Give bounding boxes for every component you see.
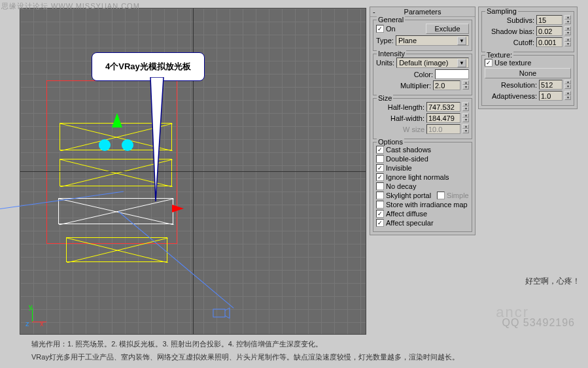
exclude-button[interactable]: Exclude [426, 24, 469, 34]
simple-label: Simple [447, 192, 469, 199]
store-irradiance-label: Store with irradiance map [386, 201, 468, 209]
caption: 辅光作用：1. 照亮场景。2. 模拟反光板。3. 照射出闭合投影。4. 控制倍增… [31, 338, 581, 364]
cutoff-input[interactable]: 0.001 [536, 37, 562, 47]
half-length-label: Half-length: [388, 103, 424, 111]
half-width-spinner[interactable]: ▴▾ [462, 113, 469, 123]
no-decay-label: No decay [386, 182, 416, 190]
shadow-bias-label: Shadow bias: [491, 27, 534, 35]
affect-diffuse-checkbox[interactable]: ✓ [376, 210, 384, 218]
simple-checkbox [437, 192, 445, 199]
cast-shadows-label: Cast shadows [386, 146, 431, 154]
store-irradiance-checkbox[interactable] [376, 201, 384, 209]
half-length-input[interactable]: 747.532 [426, 102, 460, 112]
color-swatch[interactable] [435, 69, 469, 79]
camera-icon [210, 303, 230, 322]
svg-rect-8 [213, 309, 225, 317]
skylight-portal-checkbox[interactable] [376, 192, 384, 199]
shadow-bias-input[interactable]: 0.02 [536, 26, 562, 36]
use-texture-label: Use texture [494, 59, 531, 67]
multiplier-spinner[interactable]: ▴▾ [462, 80, 469, 90]
invisible-label: Invisible [386, 164, 412, 172]
half-length-spinner[interactable]: ▴▾ [462, 102, 469, 112]
general-group: General ✓ On Exclude Type: Plane [373, 20, 472, 51]
subdivs-spinner[interactable]: ▴▾ [564, 15, 571, 25]
arrow-y-icon [112, 113, 122, 127]
invisible-checkbox[interactable]: ✓ [376, 164, 384, 172]
no-decay-checkbox[interactable] [376, 182, 384, 190]
double-sided-label: Double-sided [386, 155, 428, 163]
w-size-label: W size [403, 125, 424, 133]
options-group: Options ✓Cast shadows Double-sided ✓Invi… [373, 142, 472, 232]
intensity-label: Intensity [377, 50, 406, 58]
shadow-bias-spinner[interactable]: ▴▾ [564, 26, 571, 36]
ignore-normals-label: Ignore light normals [386, 173, 449, 181]
texture-group: Texture: ✓Use texture None Resolution: 5… [481, 55, 574, 106]
type-label: Type: [376, 37, 394, 44]
use-texture-checkbox[interactable]: ✓ [485, 59, 493, 67]
adaptiveness-input[interactable]: 1.0 [539, 91, 562, 101]
adaptiveness-label: Adaptiveness: [492, 92, 537, 100]
subdivs-input[interactable]: 15 [536, 15, 562, 25]
cutoff-spinner[interactable]: ▴▾ [564, 37, 571, 47]
texture-none-button[interactable]: None [485, 68, 571, 78]
half-width-label: Half-width: [390, 114, 424, 122]
general-label: General [377, 16, 405, 24]
resolution-input[interactable]: 512 [539, 80, 562, 90]
caption-line1: 辅光作用：1. 照亮场景。2. 模拟反光板。3. 照射出闭合投影。4. 控制倍增… [31, 338, 581, 351]
affect-diffuse-label: Affect diffuse [386, 210, 427, 218]
resolution-label: Resolution: [501, 81, 537, 89]
cast-shadows-checkbox[interactable]: ✓ [376, 146, 384, 154]
options-label: Options [377, 138, 404, 146]
sampling-group: Sampling Subdivs: 15 ▴▾ Shadow bias: 0.0… [481, 11, 574, 52]
watermark-qq: QQ 53492196 [502, 317, 575, 329]
main-area: yxz 4个VRay光模拟放光板 -Parameters General ✓ O… [0, 0, 588, 368]
on-label: On [386, 25, 396, 33]
adaptiveness-spinner[interactable]: ▴▾ [564, 91, 571, 101]
on-checkbox[interactable]: ✓ [376, 25, 384, 33]
units-label: Units: [376, 59, 394, 67]
multiplier-input[interactable]: 2.0 [433, 80, 460, 90]
intensity-group: Intensity Units: Default (image) Color: … [373, 54, 472, 95]
units-select[interactable]: Default (image) [396, 58, 469, 68]
panels: -Parameters General ✓ On Exclude Type: P… [370, 7, 583, 235]
side-comment: 好空啊，心疼！ [525, 276, 580, 287]
subdivs-label: Subdivs: [507, 16, 534, 24]
size-group: Size Half-length: 747.532 ▴▾ Half-width:… [373, 98, 472, 139]
type-select[interactable]: Plane [396, 35, 469, 46]
watermark-top: 思缘设计论坛 WWW.MISSYUAN.COM [1, 1, 140, 11]
multiplier-label: Multiplier: [400, 82, 431, 90]
callout: 4个VRay光模拟放光板 [92, 52, 205, 81]
affect-specular-label: Affect specular [386, 219, 434, 227]
resolution-spinner[interactable]: ▴▾ [564, 80, 571, 90]
color-label: Color: [414, 71, 433, 78]
double-sided-checkbox[interactable] [376, 155, 384, 163]
cyan-dot-1 [99, 139, 111, 151]
sampling-rollout: Sampling Subdivs: 15 ▴▾ Shadow bias: 0.0… [478, 7, 578, 109]
parameters-rollout: -Parameters General ✓ On Exclude Type: P… [370, 7, 476, 235]
w-size-spinner: ▴▾ [462, 124, 469, 134]
yellow-rect-3 [66, 237, 167, 262]
w-size-input: 10.0 [426, 124, 460, 134]
skylight-portal-label: Skylight portal [386, 192, 431, 199]
affect-specular-checkbox[interactable]: ✓ [376, 219, 384, 227]
cyan-dot-2 [122, 139, 133, 151]
half-width-input[interactable]: 184.479 [426, 113, 460, 123]
size-label: Size [377, 94, 393, 102]
texture-label: Texture: [485, 51, 513, 59]
cutoff-label: Cutoff: [513, 39, 534, 46]
sampling-label: Sampling [485, 7, 518, 15]
caption-line2: VRay灯光多用于工业产品、室内装饰、网络交互虚拟效果照明、片头片尾制作等。缺点… [31, 351, 581, 364]
ignore-normals-checkbox[interactable]: ✓ [376, 173, 384, 181]
